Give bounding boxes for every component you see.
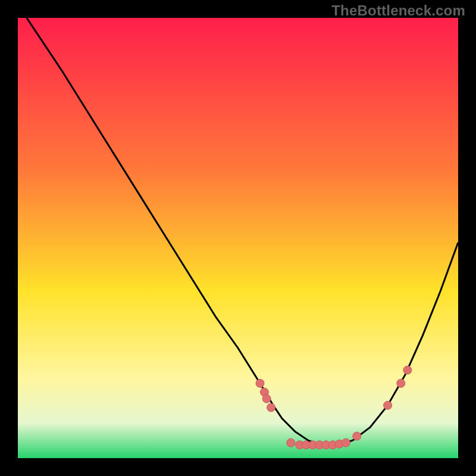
plot-area	[18, 18, 458, 458]
data-marker	[267, 403, 275, 412]
data-marker	[262, 394, 271, 403]
data-marker	[384, 401, 392, 409]
data-marker	[397, 379, 405, 387]
data-marker	[403, 366, 412, 374]
gradient-background	[18, 18, 458, 458]
data-marker	[342, 439, 350, 447]
chart-frame: TheBottleneck.com	[0, 0, 476, 476]
data-marker	[353, 432, 361, 440]
chart-svg	[18, 18, 458, 458]
data-marker	[256, 379, 264, 387]
watermark-text: TheBottleneck.com	[331, 2, 465, 19]
data-marker	[287, 439, 295, 447]
